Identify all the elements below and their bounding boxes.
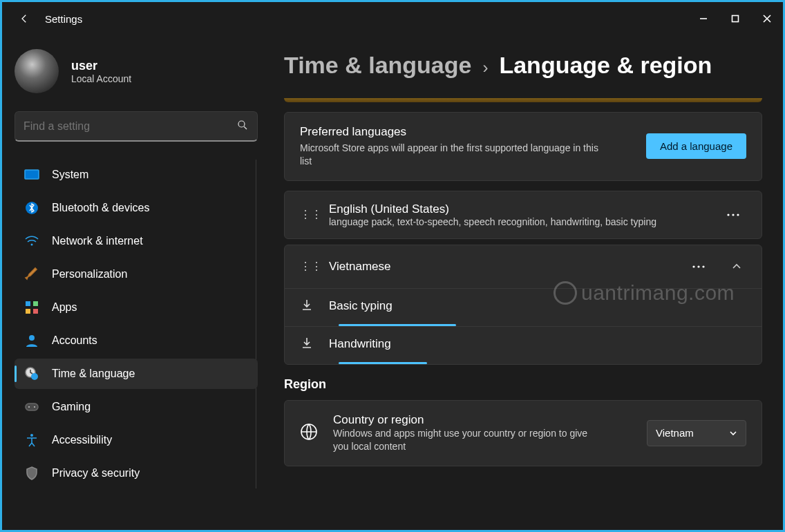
preferred-subtitle: Microsoft Store apps will appear in the … xyxy=(300,142,604,168)
nav-label: Privacy & security xyxy=(52,467,140,479)
svg-point-14 xyxy=(28,406,30,408)
region-title: Country or region xyxy=(333,413,632,427)
bluetooth-icon xyxy=(24,200,39,216)
preferred-languages-card: Preferred languages Microsoft Store apps… xyxy=(284,112,762,181)
nav-apps[interactable]: Apps xyxy=(15,292,258,323)
nav-label: Bluetooth & devices xyxy=(52,202,149,214)
language-more-button[interactable] xyxy=(720,205,746,225)
search-box[interactable] xyxy=(15,111,258,142)
nav-network[interactable]: Network & internet xyxy=(15,226,258,256)
collapse-button[interactable] xyxy=(727,257,746,276)
language-item-english: ⋮⋮ English (United States) language pack… xyxy=(284,191,762,239)
svg-point-18 xyxy=(732,213,734,216)
nav-label: Apps xyxy=(52,301,77,314)
search-input[interactable] xyxy=(23,120,236,133)
nav-label: Accessibility xyxy=(52,434,112,446)
breadcrumb-current: Language & region xyxy=(499,52,712,79)
nav-personalization[interactable]: Personalization xyxy=(15,259,258,289)
nav-label: Accounts xyxy=(52,334,97,347)
download-row-basic-typing: Basic typing xyxy=(285,288,762,326)
svg-rect-0 xyxy=(732,16,739,22)
nav-accessibility[interactable]: Accessibility xyxy=(15,425,258,455)
minimize-button[interactable] xyxy=(688,4,719,33)
language-name: Vietnamese xyxy=(329,260,670,274)
download-label: Basic typing xyxy=(329,299,746,313)
minimize-icon xyxy=(699,15,708,23)
nav-bluetooth[interactable]: Bluetooth & devices xyxy=(15,193,258,223)
download-row-handwriting: Handwriting xyxy=(285,326,762,364)
language-features: language pack, text-to-speech, speech re… xyxy=(329,216,705,227)
content-area: Time & language › Language & region Pref… xyxy=(263,35,783,530)
nav-label: Gaming xyxy=(52,401,91,413)
nav-label: Network & internet xyxy=(52,235,143,247)
monitor-icon xyxy=(24,167,39,182)
download-icon xyxy=(300,336,314,352)
download-icon xyxy=(300,298,314,314)
svg-point-19 xyxy=(737,213,739,216)
accessibility-icon xyxy=(24,433,39,448)
svg-point-22 xyxy=(702,265,704,267)
shield-icon xyxy=(24,466,39,481)
wifi-icon xyxy=(24,234,39,249)
svg-point-16 xyxy=(30,434,33,437)
maximize-icon xyxy=(731,15,739,23)
avatar xyxy=(15,49,59,93)
search-icon xyxy=(236,119,249,134)
svg-point-17 xyxy=(727,213,729,216)
maximize-button[interactable] xyxy=(719,4,751,33)
svg-rect-7 xyxy=(33,301,38,306)
close-button[interactable] xyxy=(751,4,783,33)
nav-label: Personalization xyxy=(52,268,127,281)
country-dropdown[interactable]: Vietnam xyxy=(647,420,746,446)
progress-bar xyxy=(339,362,427,364)
svg-point-15 xyxy=(34,406,35,408)
language-more-button[interactable] xyxy=(685,256,712,277)
user-block[interactable]: user Local Account xyxy=(15,49,263,93)
close-icon xyxy=(763,15,771,23)
arrow-left-icon xyxy=(18,12,30,25)
breadcrumb: Time & language › Language & region xyxy=(284,52,762,79)
nav-system[interactable]: System xyxy=(15,160,258,190)
user-subtitle: Local Account xyxy=(71,73,131,84)
person-icon xyxy=(24,333,39,348)
region-subtitle: Windows and apps might use your country … xyxy=(333,427,596,453)
nav-label: System xyxy=(52,169,88,181)
region-heading: Region xyxy=(284,377,762,392)
more-icon xyxy=(692,265,705,268)
globe-icon xyxy=(300,423,318,444)
gamepad-icon xyxy=(24,399,39,415)
preferred-title: Preferred languages xyxy=(300,125,604,139)
drag-handle-icon[interactable]: ⋮⋮ xyxy=(300,260,314,273)
nav-label: Time & language xyxy=(52,368,135,380)
chevron-right-icon: › xyxy=(482,58,488,77)
svg-rect-8 xyxy=(26,309,30,314)
breadcrumb-parent[interactable]: Time & language xyxy=(284,52,471,79)
info-ribbon xyxy=(284,98,762,102)
svg-rect-13 xyxy=(26,403,38,410)
nav-accounts[interactable]: Accounts xyxy=(15,325,258,356)
user-name: user xyxy=(71,59,131,73)
window-controls xyxy=(688,4,783,33)
back-button[interactable] xyxy=(15,9,34,28)
language-item-vietnamese: ⋮⋮ Vietnamese Basic typing xyxy=(284,245,762,365)
svg-rect-6 xyxy=(26,301,30,306)
add-language-button[interactable]: Add a language xyxy=(646,133,746,159)
svg-point-1 xyxy=(238,121,245,127)
language-name: English (United States) xyxy=(329,202,705,216)
paintbrush-icon xyxy=(24,267,39,282)
app-title: Settings xyxy=(45,13,82,25)
titlebar: Settings xyxy=(2,2,783,35)
svg-point-20 xyxy=(692,265,694,267)
svg-point-10 xyxy=(29,335,35,341)
nav-time-language[interactable]: Time & language xyxy=(15,359,258,389)
drag-handle-icon[interactable]: ⋮⋮ xyxy=(300,208,314,221)
apps-icon xyxy=(24,300,39,315)
chevron-up-icon xyxy=(732,262,741,272)
svg-rect-9 xyxy=(33,309,38,314)
nav-gaming[interactable]: Gaming xyxy=(15,392,258,422)
svg-point-21 xyxy=(697,265,699,267)
nav: System Bluetooth & devices Network & int… xyxy=(15,160,263,488)
svg-point-12 xyxy=(31,373,38,380)
nav-privacy[interactable]: Privacy & security xyxy=(15,458,258,488)
country-selected: Vietnam xyxy=(656,427,694,439)
